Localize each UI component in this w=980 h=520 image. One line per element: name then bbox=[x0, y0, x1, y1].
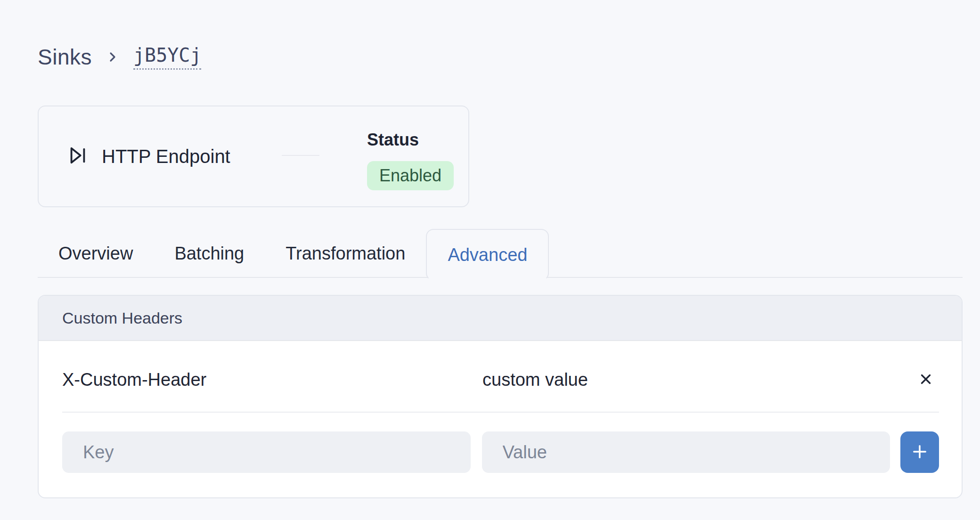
x-icon bbox=[918, 371, 934, 389]
page-content: Sinks jB5YCj HTTP Endpoint Status Enable… bbox=[38, 0, 963, 498]
breadcrumb-sink-id[interactable]: jB5YCj bbox=[133, 44, 202, 70]
remove-header-button[interactable] bbox=[913, 366, 939, 393]
status-label: Status bbox=[367, 130, 454, 150]
tab-transformation[interactable]: Transformation bbox=[265, 229, 426, 278]
header-value-input[interactable] bbox=[482, 431, 890, 473]
header-key-input[interactable] bbox=[62, 431, 471, 473]
endpoint-identity: HTTP Endpoint bbox=[67, 145, 230, 168]
breadcrumb: Sinks jB5YCj bbox=[38, 0, 963, 70]
header-row: X-Custom-Header custom value bbox=[62, 366, 939, 393]
endpoint-summary-card: HTTP Endpoint Status Enabled bbox=[38, 106, 469, 207]
header-key-value-text: X-Custom-Header bbox=[62, 370, 471, 390]
custom-headers-body: X-Custom-Header custom value bbox=[39, 341, 962, 497]
tab-advanced[interactable]: Advanced bbox=[426, 229, 549, 281]
add-header-row bbox=[62, 431, 939, 473]
custom-headers-title-bar: Custom Headers bbox=[39, 296, 962, 341]
tab-overview[interactable]: Overview bbox=[38, 229, 154, 278]
status-block: Status Enabled bbox=[367, 130, 454, 190]
tab-batching[interactable]: Batching bbox=[154, 229, 265, 278]
tab-row: Overview Batching Transformation Advance… bbox=[38, 229, 963, 278]
divider bbox=[62, 412, 939, 413]
add-header-button[interactable] bbox=[900, 431, 939, 473]
chevron-right-icon bbox=[105, 49, 120, 65]
custom-headers-title: Custom Headers bbox=[62, 309, 182, 327]
status-badge: Enabled bbox=[367, 161, 454, 190]
breadcrumb-sinks-link[interactable]: Sinks bbox=[38, 44, 92, 70]
header-value-text: custom value bbox=[482, 370, 891, 390]
sink-detail-tabs: Overview Batching Transformation Advance… bbox=[38, 229, 963, 278]
divider bbox=[282, 155, 319, 156]
plus-icon bbox=[910, 442, 930, 463]
custom-headers-card: Custom Headers X-Custom-Header custom va… bbox=[38, 295, 963, 498]
skip-forward-icon bbox=[67, 145, 89, 168]
endpoint-type-title: HTTP Endpoint bbox=[102, 146, 230, 167]
